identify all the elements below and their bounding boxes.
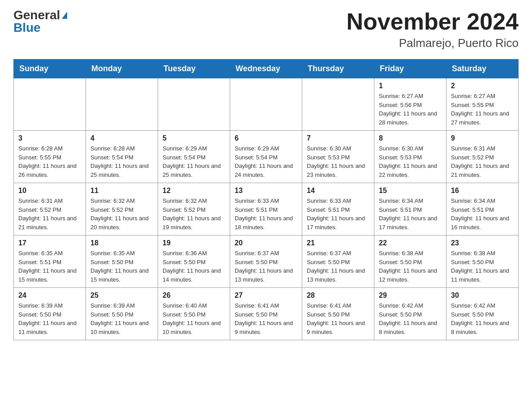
day-info: Sunrise: 6:36 AM Sunset: 5:50 PM Dayligh… [163, 249, 225, 284]
day-info: Sunrise: 6:37 AM Sunset: 5:50 PM Dayligh… [307, 249, 369, 284]
calendar-cell: 6Sunrise: 6:29 AM Sunset: 5:54 PM Daylig… [230, 131, 302, 183]
calendar-cell: 13Sunrise: 6:33 AM Sunset: 5:51 PM Dayli… [230, 183, 302, 235]
day-number: 23 [451, 239, 514, 247]
calendar-cell: 1Sunrise: 6:27 AM Sunset: 5:56 PM Daylig… [374, 78, 446, 131]
day-info: Sunrise: 6:32 AM Sunset: 5:52 PM Dayligh… [163, 197, 225, 231]
calendar-cell: 16Sunrise: 6:34 AM Sunset: 5:51 PM Dayli… [446, 183, 519, 235]
day-number: 9 [451, 134, 514, 142]
logo-general-text: General [13, 9, 60, 21]
calendar-cell: 18Sunrise: 6:35 AM Sunset: 5:50 PM Dayli… [86, 235, 158, 288]
calendar-cell: 14Sunrise: 6:33 AM Sunset: 5:51 PM Dayli… [302, 183, 374, 235]
day-number: 17 [18, 239, 81, 247]
day-info: Sunrise: 6:42 AM Sunset: 5:50 PM Dayligh… [379, 301, 442, 336]
day-number: 30 [451, 291, 514, 300]
calendar-cell: 27Sunrise: 6:41 AM Sunset: 5:50 PM Dayli… [230, 288, 302, 340]
calendar-cell: 26Sunrise: 6:40 AM Sunset: 5:50 PM Dayli… [158, 288, 230, 340]
day-number: 16 [451, 187, 514, 195]
day-info: Sunrise: 6:38 AM Sunset: 5:50 PM Dayligh… [379, 249, 442, 284]
day-number: 27 [235, 291, 297, 300]
day-number: 3 [18, 134, 81, 142]
calendar-cell [230, 78, 302, 131]
day-info: Sunrise: 6:34 AM Sunset: 5:51 PM Dayligh… [451, 197, 514, 231]
calendar-header-wednesday: Wednesday [230, 60, 302, 78]
day-info: Sunrise: 6:41 AM Sunset: 5:50 PM Dayligh… [307, 301, 369, 336]
calendar-header-saturday: Saturday [446, 60, 519, 78]
day-info: Sunrise: 6:30 AM Sunset: 5:53 PM Dayligh… [379, 144, 442, 179]
day-number: 10 [18, 187, 81, 195]
day-number: 24 [18, 291, 81, 300]
calendar-header-sunday: Sunday [14, 60, 86, 78]
day-info: Sunrise: 6:29 AM Sunset: 5:54 PM Dayligh… [163, 144, 225, 179]
calendar-cell: 30Sunrise: 6:42 AM Sunset: 5:50 PM Dayli… [446, 288, 519, 340]
calendar-week-row: 10Sunrise: 6:31 AM Sunset: 5:52 PM Dayli… [14, 183, 519, 235]
day-info: Sunrise: 6:39 AM Sunset: 5:50 PM Dayligh… [90, 301, 153, 336]
day-number: 29 [379, 291, 442, 300]
location-title: Palmarejo, Puerto Rico [347, 36, 519, 50]
calendar-cell: 23Sunrise: 6:38 AM Sunset: 5:50 PM Dayli… [446, 235, 519, 288]
day-info: Sunrise: 6:31 AM Sunset: 5:52 PM Dayligh… [18, 197, 81, 231]
calendar-cell: 10Sunrise: 6:31 AM Sunset: 5:52 PM Dayli… [14, 183, 86, 235]
calendar-cell: 22Sunrise: 6:38 AM Sunset: 5:50 PM Dayli… [374, 235, 446, 288]
calendar-header-row: SundayMondayTuesdayWednesdayThursdayFrid… [14, 60, 519, 78]
day-info: Sunrise: 6:28 AM Sunset: 5:54 PM Dayligh… [90, 144, 153, 179]
day-info: Sunrise: 6:40 AM Sunset: 5:50 PM Dayligh… [163, 301, 225, 336]
calendar-cell: 15Sunrise: 6:34 AM Sunset: 5:51 PM Dayli… [374, 183, 446, 235]
calendar-cell [158, 78, 230, 131]
day-info: Sunrise: 6:27 AM Sunset: 5:56 PM Dayligh… [379, 92, 442, 127]
day-number: 7 [307, 134, 369, 142]
day-number: 19 [163, 239, 225, 247]
day-number: 13 [235, 187, 297, 195]
calendar-cell: 9Sunrise: 6:31 AM Sunset: 5:52 PM Daylig… [446, 131, 519, 183]
day-number: 21 [307, 239, 369, 247]
calendar-header-monday: Monday [86, 60, 158, 78]
calendar-cell: 11Sunrise: 6:32 AM Sunset: 5:52 PM Dayli… [86, 183, 158, 235]
logo-triangle-icon [62, 12, 67, 19]
day-info: Sunrise: 6:31 AM Sunset: 5:52 PM Dayligh… [451, 144, 514, 179]
day-info: Sunrise: 6:34 AM Sunset: 5:51 PM Dayligh… [379, 197, 442, 231]
day-number: 1 [379, 82, 442, 90]
calendar-cell: 28Sunrise: 6:41 AM Sunset: 5:50 PM Dayli… [302, 288, 374, 340]
calendar-cell: 19Sunrise: 6:36 AM Sunset: 5:50 PM Dayli… [158, 235, 230, 288]
calendar-cell: 7Sunrise: 6:30 AM Sunset: 5:53 PM Daylig… [302, 131, 374, 183]
day-info: Sunrise: 6:29 AM Sunset: 5:54 PM Dayligh… [235, 144, 297, 179]
day-info: Sunrise: 6:33 AM Sunset: 5:51 PM Dayligh… [307, 197, 369, 231]
day-number: 22 [379, 239, 442, 247]
calendar-cell: 4Sunrise: 6:28 AM Sunset: 5:54 PM Daylig… [86, 131, 158, 183]
calendar-cell [14, 78, 86, 131]
day-number: 14 [307, 187, 369, 195]
calendar-week-row: 17Sunrise: 6:35 AM Sunset: 5:51 PM Dayli… [14, 235, 519, 288]
calendar-header-friday: Friday [374, 60, 446, 78]
page-header: General Blue November 2024 Palmarejo, Pu… [13, 9, 519, 50]
day-info: Sunrise: 6:27 AM Sunset: 5:55 PM Dayligh… [451, 92, 514, 127]
calendar-cell: 21Sunrise: 6:37 AM Sunset: 5:50 PM Dayli… [302, 235, 374, 288]
calendar-cell: 12Sunrise: 6:32 AM Sunset: 5:52 PM Dayli… [158, 183, 230, 235]
day-info: Sunrise: 6:37 AM Sunset: 5:50 PM Dayligh… [235, 249, 297, 284]
day-info: Sunrise: 6:35 AM Sunset: 5:50 PM Dayligh… [90, 249, 153, 284]
calendar-cell: 24Sunrise: 6:39 AM Sunset: 5:50 PM Dayli… [14, 288, 86, 340]
month-title: November 2024 [347, 9, 519, 34]
calendar-cell: 8Sunrise: 6:30 AM Sunset: 5:53 PM Daylig… [374, 131, 446, 183]
logo-blue-text: Blue [13, 21, 41, 34]
calendar-header-tuesday: Tuesday [158, 60, 230, 78]
day-number: 25 [90, 291, 153, 300]
day-info: Sunrise: 6:30 AM Sunset: 5:53 PM Dayligh… [307, 144, 369, 179]
calendar-week-row: 3Sunrise: 6:28 AM Sunset: 5:55 PM Daylig… [14, 131, 519, 183]
day-number: 2 [451, 82, 514, 90]
day-number: 8 [379, 134, 442, 142]
day-info: Sunrise: 6:41 AM Sunset: 5:50 PM Dayligh… [235, 301, 297, 336]
calendar-cell: 29Sunrise: 6:42 AM Sunset: 5:50 PM Dayli… [374, 288, 446, 340]
calendar-cell: 2Sunrise: 6:27 AM Sunset: 5:55 PM Daylig… [446, 78, 519, 131]
day-info: Sunrise: 6:28 AM Sunset: 5:55 PM Dayligh… [18, 144, 81, 179]
day-info: Sunrise: 6:38 AM Sunset: 5:50 PM Dayligh… [451, 249, 514, 284]
day-info: Sunrise: 6:42 AM Sunset: 5:50 PM Dayligh… [451, 301, 514, 336]
calendar-week-row: 24Sunrise: 6:39 AM Sunset: 5:50 PM Dayli… [14, 288, 519, 340]
day-number: 28 [307, 291, 369, 300]
day-number: 20 [235, 239, 297, 247]
day-info: Sunrise: 6:32 AM Sunset: 5:52 PM Dayligh… [90, 197, 153, 231]
day-number: 6 [235, 134, 297, 142]
day-info: Sunrise: 6:33 AM Sunset: 5:51 PM Dayligh… [235, 197, 297, 231]
day-number: 5 [163, 134, 225, 142]
calendar-cell: 20Sunrise: 6:37 AM Sunset: 5:50 PM Dayli… [230, 235, 302, 288]
calendar-cell: 25Sunrise: 6:39 AM Sunset: 5:50 PM Dayli… [86, 288, 158, 340]
logo: General Blue [13, 9, 67, 34]
